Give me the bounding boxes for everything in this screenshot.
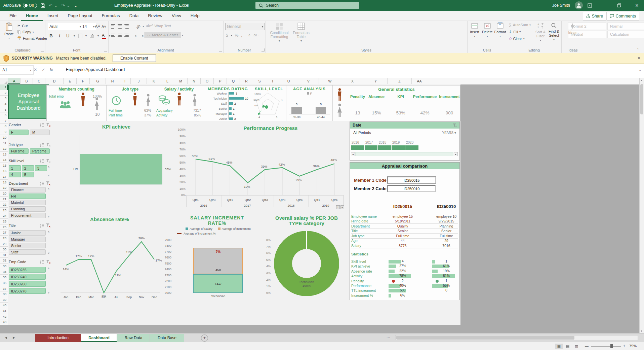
ribbon-tab-insert[interactable]: Insert [43, 11, 63, 21]
multi-select-icon[interactable] [40, 182, 44, 185]
column-header-H[interactable]: H [106, 78, 119, 84]
row-header-32[interactable]: 32 [0, 258, 8, 264]
timeline-year-block[interactable] [392, 145, 405, 150]
format-cells-button[interactable]: Format▾ [494, 23, 506, 38]
clipboard-dialog-launcher[interactable] [41, 48, 44, 51]
vertical-scrollbar[interactable]: ▲ ▼ [639, 78, 644, 333]
slicer-scroll-down-icon[interactable]: ∨ [47, 174, 50, 177]
borders-icon[interactable] [78, 34, 82, 38]
sheet-nav-left-icon[interactable]: ◄ [4, 336, 8, 340]
column-header-Q[interactable]: Q [227, 78, 240, 84]
timeline-year-block[interactable] [365, 145, 377, 150]
ribbon-display-options-icon[interactable] [588, 3, 598, 8]
column-header-E[interactable]: E [64, 78, 77, 84]
column-header-R[interactable]: R [240, 78, 253, 84]
slicer-item-1[interactable]: 1 [9, 165, 21, 171]
minimize-button[interactable]: — [602, 3, 612, 8]
clear-filter-icon[interactable] [46, 143, 50, 147]
timeline-scroll-right-icon[interactable]: ► [454, 152, 458, 156]
zoom-slider[interactable] [591, 346, 621, 347]
slicer-item-staff[interactable]: Staff [9, 249, 46, 255]
align-center-icon[interactable] [118, 33, 122, 39]
row-header-34[interactable]: 34 [0, 269, 8, 275]
row-header-5[interactable]: 5 [0, 107, 8, 113]
format-as-table-button[interactable]: Format as Table▾ [292, 23, 311, 42]
font-size-select[interactable]: 14▾ [81, 23, 96, 30]
row-header-29[interactable]: 29 [0, 241, 8, 247]
timeline-clear-filter-icon[interactable] [453, 124, 457, 127]
align-bottom-icon[interactable] [124, 24, 129, 29]
alignment-dialog-launcher[interactable] [219, 48, 222, 51]
column-header-AA[interactable]: AA [412, 78, 427, 84]
cell-style-normal[interactable]: Normal [607, 23, 644, 30]
column-header-U[interactable]: U [279, 78, 298, 84]
row-header-21[interactable]: 21 [0, 197, 8, 202]
align-right-icon[interactable] [124, 33, 129, 39]
slicer-item-part-time[interactable]: Part time [30, 148, 50, 154]
slicer-item-junior[interactable]: Junior [9, 230, 46, 236]
sheet-tab-dashboard[interactable]: Dashboard [81, 334, 117, 342]
number-format-select[interactable]: General▾ [225, 23, 265, 30]
slicer-item-2[interactable]: 2 [22, 165, 34, 171]
cell-style-calculation[interactable]: Calculation [607, 31, 644, 38]
row-header-10[interactable]: 10 [0, 135, 8, 141]
shrink-font-icon[interactable]: A˅ [102, 25, 106, 29]
column-header-I[interactable]: I [119, 78, 131, 84]
row-header-36[interactable]: 36 [0, 280, 8, 286]
row-header-31[interactable]: 31 [0, 252, 8, 258]
scroll-down-icon[interactable]: ▼ [640, 330, 643, 332]
horizontal-scroll-thumb[interactable] [396, 336, 574, 340]
page-break-view-icon[interactable]: ▥ [573, 344, 580, 349]
row-header-14[interactable]: 14 [0, 157, 8, 163]
insert-cells-button[interactable]: Insert▾ [469, 23, 481, 38]
cut-button[interactable]: ✂Cut [17, 24, 28, 28]
security-bar-close-icon[interactable]: ✕ [637, 56, 641, 61]
delete-cells-button[interactable]: Delete▾ [481, 23, 493, 38]
ideas-button[interactable]: Ideas [566, 23, 579, 35]
slicer-scroll-up-icon[interactable]: ∧ [47, 165, 50, 168]
slicer-item-full-time[interactable]: Full time [9, 148, 29, 154]
zoom-level[interactable]: 75% [629, 344, 637, 348]
column-header-D[interactable]: D [45, 78, 64, 84]
row-header-1[interactable]: 1 [0, 84, 8, 90]
comments-button[interactable]: Comments [606, 12, 639, 21]
underline-button[interactable]: U [65, 33, 71, 38]
save-icon[interactable] [40, 3, 45, 8]
italic-button[interactable]: I [57, 33, 62, 38]
row-header-38[interactable]: 38 [0, 291, 8, 297]
collapse-ribbon-icon[interactable]: ⌃ [637, 48, 639, 51]
timeline-scroll-left-icon[interactable]: ◄ [351, 152, 355, 156]
timeline-scrollbar[interactable] [355, 152, 453, 156]
autosave-toggle[interactable]: AutoSave Off [3, 3, 37, 8]
slicer-item-finance[interactable]: Finance [9, 187, 46, 193]
column-header-F[interactable]: F [77, 78, 90, 84]
multi-select-icon[interactable] [40, 224, 44, 228]
column-header-K[interactable]: K [147, 78, 161, 84]
merge-center-button[interactable]: ⇔Merge & Center▾ [145, 32, 183, 38]
font-dialog-launcher[interactable] [104, 48, 107, 51]
page-layout-view-icon[interactable]: ▤ [564, 344, 571, 349]
formula-enter-icon[interactable]: ✓ [42, 67, 45, 72]
enable-content-button[interactable]: Enable Content [113, 55, 156, 62]
slicer-item-5[interactable]: 5 [22, 172, 34, 177]
insert-function-icon[interactable]: fx [50, 67, 53, 72]
row-header-30[interactable]: 30 [0, 247, 8, 252]
slicer-item-3[interactable]: 3 [35, 165, 47, 171]
slicer-item-senior[interactable]: Senior [9, 243, 46, 248]
slicer-item-manager[interactable]: Manager [9, 237, 46, 242]
conditional-formatting-button[interactable]: Conditional Formatting▾ [269, 23, 290, 42]
row-header-4[interactable]: 4 [0, 101, 8, 107]
row-header-12[interactable]: 12 [0, 146, 8, 152]
column-header-N[interactable]: N [188, 78, 201, 84]
align-top-icon[interactable] [111, 24, 115, 29]
autosum-button[interactable]: ∑AutoSum▾ [509, 23, 531, 27]
formula-input[interactable]: Employee Appraisal Dashboard [66, 65, 125, 74]
row-header-7[interactable]: 7 [0, 118, 8, 124]
row-header-26[interactable]: 26 [0, 224, 8, 230]
paste-button[interactable]: Paste▾ [3, 23, 15, 40]
ribbon-tab-formulas[interactable]: Formulas [97, 11, 125, 21]
row-header-11[interactable]: 11 [0, 140, 8, 146]
row-header-39[interactable]: 39 [0, 297, 8, 303]
column-header-A[interactable]: A [8, 78, 21, 84]
search-box[interactable]: Search [255, 2, 359, 9]
